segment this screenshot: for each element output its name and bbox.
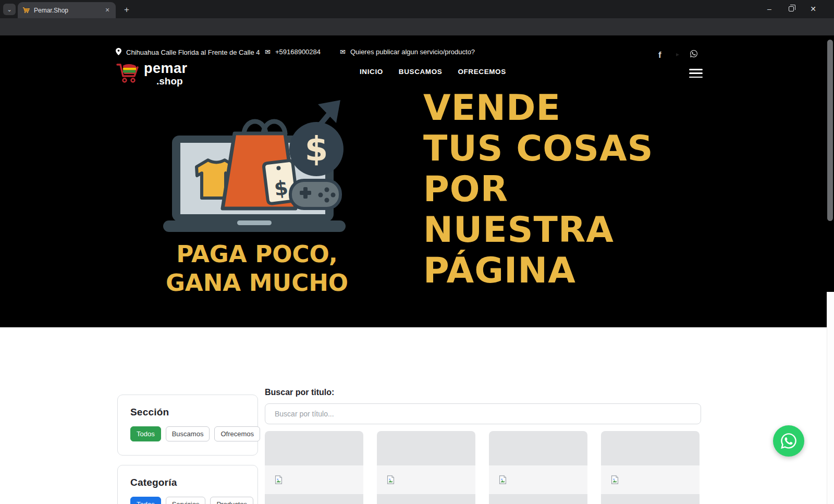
hero-headline: VENDE TUS COSAS POR NUESTRA PÁGINA (423, 88, 654, 291)
nav-item-ofrecemos[interactable]: OFRECEMOS (458, 68, 506, 76)
envelope-icon: ✉ (340, 48, 346, 56)
nav-item-buscamos[interactable]: BUSCAMOS (399, 68, 443, 76)
envelope-icon: ✉ (265, 48, 271, 56)
site-logo[interactable]: pemar .shop (116, 62, 188, 86)
restore-button[interactable] (780, 0, 802, 18)
browser-tab[interactable]: Pemar.Shop × (18, 2, 116, 18)
section-title: Sección (130, 407, 245, 418)
category-option-servicios[interactable]: Servicios (166, 497, 206, 504)
broken-image-icon (274, 475, 283, 484)
phone-text: +59168900284 (275, 48, 321, 56)
category-option-productos[interactable]: Productos (210, 497, 253, 504)
whatsapp-fab-button[interactable] (773, 425, 804, 457)
section-option-todos[interactable]: Todos (130, 426, 161, 441)
cart-logo-icon (116, 62, 140, 83)
location-pin-icon (116, 48, 121, 57)
address-text: Chihuahua Calle Florida al Frente de Cal… (126, 48, 260, 56)
nav-item-inicio[interactable]: INICIO (360, 68, 383, 76)
close-window-button[interactable]: ✕ (802, 0, 824, 18)
whatsapp-icon[interactable] (690, 50, 698, 60)
publish-link[interactable]: ✉ Quieres publicar algun servicio/produc… (340, 48, 475, 56)
section-option-buscamos[interactable]: Buscamos (166, 426, 210, 441)
tab-title: Pemar.Shop (34, 7, 99, 14)
result-card-skeleton[interactable] (377, 431, 475, 504)
facebook-icon[interactable]: f (658, 50, 661, 60)
favicon-cart-icon (22, 6, 30, 14)
category-option-todas[interactable]: Todas (130, 497, 161, 504)
result-card-skeleton[interactable] (489, 431, 587, 504)
minimize-button[interactable]: – (758, 0, 780, 18)
scrollbar-thumb[interactable] (827, 40, 833, 221)
broken-image-icon (498, 475, 507, 484)
broken-image-icon (610, 475, 619, 484)
svg-text:$: $ (305, 130, 328, 168)
search-label: Buscar por titulo: (265, 388, 334, 397)
close-tab-icon[interactable]: × (103, 6, 112, 15)
address-item: Chihuahua Calle Florida al Frente de Cal… (116, 48, 260, 57)
result-card-skeleton[interactable] (601, 431, 700, 504)
hero-illustration: $ $ (159, 88, 352, 244)
scrollbar-track[interactable] (827, 292, 834, 504)
main-navigation: INICIO BUSCAMOS OFRECEMOS (360, 68, 506, 76)
category-filter-card: Categoría Todas Servicios Productos (117, 465, 258, 504)
publish-link-text: Quieres publicar algun servicio/producto… (350, 48, 475, 56)
new-tab-button[interactable]: + (121, 4, 132, 16)
content-area: Sección Todos Buscamos Ofrecemos Categor… (0, 327, 834, 504)
hamburger-menu-icon[interactable] (689, 69, 703, 78)
svg-text:$: $ (273, 176, 289, 201)
hero-caption: PAGA POCO, GANA MUCHO (161, 240, 353, 297)
search-input[interactable] (265, 403, 701, 424)
result-card-skeleton[interactable] (265, 431, 363, 504)
phone-item[interactable]: ✉ +59168900284 (265, 48, 321, 56)
broken-image-icon (386, 475, 395, 484)
whatsapp-icon (780, 432, 798, 450)
logo-text-primary: pemar (144, 62, 188, 76)
browser-tab-strip: ⌄ Pemar.Shop × + – ✕ (0, 0, 834, 18)
browser-toolbar: ← → ⟳ pemar.shop/inicio ☆ Reinicia para … (0, 18, 834, 35)
section-filter-card: Sección Todos Buscamos Ofrecemos (117, 395, 258, 456)
tab-search-chevron-icon[interactable]: ⌄ (3, 4, 16, 15)
logo-text-secondary: .shop (156, 76, 188, 86)
contact-bar: Chihuahua Calle Florida al Frente de Cal… (0, 41, 834, 55)
category-title: Categoría (130, 477, 245, 488)
webpage: Chihuahua Calle Florida al Frente de Cal… (0, 35, 834, 504)
restore-icon (789, 6, 794, 11)
section-option-ofrecemos[interactable]: Ofrecemos (214, 426, 260, 441)
